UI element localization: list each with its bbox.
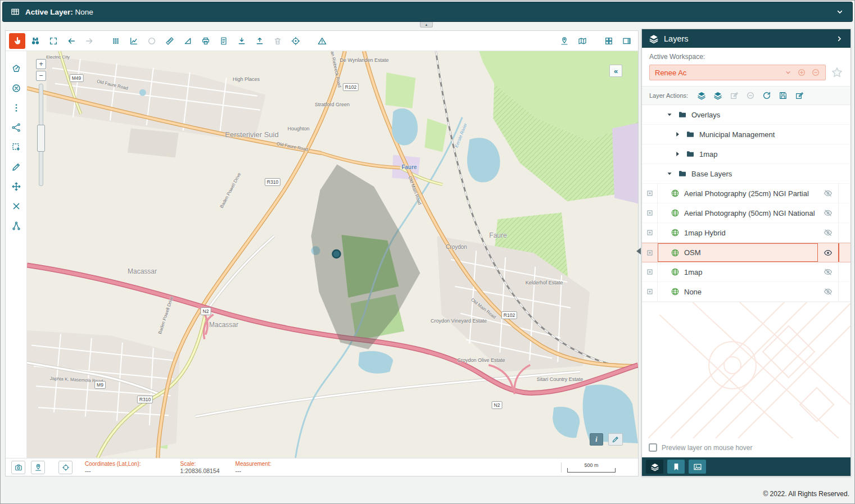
panel-collapse-handle[interactable] bbox=[636, 248, 641, 255]
export-layers-button[interactable] bbox=[795, 91, 804, 100]
attribute-grid-button[interactable] bbox=[107, 33, 124, 49]
link-nodes-button[interactable] bbox=[10, 121, 23, 134]
print-button[interactable] bbox=[197, 33, 214, 49]
top-bar-collapse-button[interactable] bbox=[835, 7, 844, 16]
tab-layers[interactable] bbox=[646, 460, 663, 474]
next-extent-button[interactable] bbox=[81, 33, 97, 49]
zoom-out-button[interactable]: − bbox=[36, 71, 46, 81]
eye-off-icon[interactable] bbox=[824, 208, 833, 217]
survey-pin-button[interactable] bbox=[556, 33, 572, 49]
expand-plus-icon[interactable] bbox=[646, 288, 653, 295]
preview-hover-checkbox[interactable] bbox=[649, 443, 657, 452]
layer-row-aerial-25cm[interactable]: Aerial Photography (25cm) NGI Partial bbox=[642, 184, 851, 203]
refresh-layers-button[interactable] bbox=[762, 91, 771, 100]
caret-down-icon[interactable] bbox=[666, 170, 673, 178]
panel-chevron-right-icon[interactable] bbox=[835, 34, 844, 43]
caret-right-icon[interactable] bbox=[673, 150, 681, 158]
layer-row-1map[interactable]: 1map bbox=[642, 262, 851, 282]
tree-folder-municipal-management[interactable]: Municipal Management bbox=[642, 125, 851, 144]
previous-extent-button[interactable] bbox=[63, 33, 79, 49]
top-bar: Active Layer: None bbox=[2, 2, 853, 22]
cancel-draw-button[interactable] bbox=[10, 82, 23, 94]
measure-area-button[interactable] bbox=[179, 33, 196, 49]
more-options-button[interactable] bbox=[10, 102, 23, 114]
gps-tracking-button[interactable] bbox=[287, 33, 304, 49]
drop-marker-button[interactable] bbox=[31, 461, 45, 474]
eye-icon[interactable] bbox=[824, 248, 833, 257]
quad-view-button[interactable] bbox=[600, 33, 617, 49]
map-markers-button[interactable] bbox=[574, 33, 590, 49]
add-layer-button[interactable] bbox=[697, 91, 706, 100]
save-layers-button[interactable] bbox=[779, 91, 788, 100]
download-button[interactable] bbox=[233, 33, 250, 49]
workspace-select[interactable]: Renee Ac bbox=[649, 65, 826, 80]
delete-button[interactable] bbox=[269, 33, 286, 49]
eye-off-icon[interactable] bbox=[824, 267, 833, 276]
expand-plus-icon[interactable] bbox=[646, 249, 653, 256]
remove-workspace-icon[interactable] bbox=[811, 68, 820, 77]
layer-row-1map-hybrid[interactable]: 1map Hybrid bbox=[642, 223, 851, 243]
layer-row-aerial-50cm[interactable]: Aerial Photography (50cm) NGI National bbox=[642, 203, 851, 223]
upload-button[interactable] bbox=[251, 33, 268, 49]
binoculars-icon bbox=[30, 36, 40, 46]
caret-down-icon[interactable] bbox=[666, 111, 673, 119]
zoom-extent-button[interactable] bbox=[45, 33, 61, 49]
layer-label: OSM bbox=[684, 248, 701, 257]
tab-bookmarks[interactable] bbox=[667, 460, 685, 474]
snapshot-button[interactable] bbox=[11, 461, 25, 474]
delete-feature-button[interactable] bbox=[10, 200, 23, 212]
move-feature-button[interactable] bbox=[10, 180, 23, 193]
buffer-tool-button[interactable] bbox=[143, 33, 160, 49]
edit-polygon-button[interactable] bbox=[10, 62, 23, 75]
locate-me-button[interactable] bbox=[58, 461, 73, 474]
layer-row-osm[interactable]: OSM bbox=[642, 243, 851, 262]
caret-right-icon[interactable] bbox=[673, 130, 681, 138]
tree-folder-base-layers[interactable]: Base Layers bbox=[642, 164, 851, 184]
group-layers-button[interactable] bbox=[713, 91, 722, 100]
zoom-slider-handle[interactable] bbox=[37, 125, 45, 152]
favorite-star-icon[interactable] bbox=[831, 66, 843, 79]
globe-icon bbox=[671, 189, 680, 198]
scalebar-label: 500 m bbox=[584, 462, 598, 468]
tree-folder-overlays[interactable]: Overlays bbox=[642, 105, 851, 125]
select-area-button[interactable] bbox=[10, 141, 23, 153]
map-edit-button[interactable] bbox=[608, 433, 623, 446]
bookmark-icon bbox=[672, 462, 681, 471]
measure-distance-button[interactable] bbox=[161, 33, 178, 49]
folder-label: Base Layers bbox=[691, 170, 732, 178]
draw-pencil-button[interactable] bbox=[10, 161, 23, 173]
collapse-panel-button[interactable]: « bbox=[609, 65, 622, 77]
add-workspace-icon[interactable] bbox=[797, 68, 806, 77]
eye-off-icon[interactable] bbox=[824, 287, 833, 296]
drawing-tool-strip bbox=[6, 51, 26, 458]
pan-tool-button[interactable] bbox=[9, 33, 25, 49]
panel-tab-bar bbox=[642, 457, 851, 476]
zoom-slider[interactable] bbox=[39, 84, 43, 186]
alerts-button[interactable] bbox=[314, 33, 330, 49]
split-panel-button[interactable] bbox=[618, 33, 635, 49]
expand-icon bbox=[49, 37, 58, 46]
report-button[interactable] bbox=[215, 33, 232, 49]
remove-layer-button[interactable] bbox=[746, 91, 755, 100]
warning-triangle-icon bbox=[318, 37, 327, 46]
expand-plus-icon[interactable] bbox=[646, 269, 653, 275]
top-bar-collapse-tab[interactable]: ▲ bbox=[420, 22, 433, 28]
layer-row-none[interactable]: None bbox=[642, 282, 851, 302]
edit-layer-button[interactable] bbox=[730, 91, 739, 100]
chart-button[interactable] bbox=[125, 33, 142, 49]
split-feature-button[interactable] bbox=[10, 220, 23, 232]
tab-images[interactable] bbox=[689, 460, 706, 474]
map-viewport[interactable]: Electric CityDe Wynlanden EstateHigh Pla… bbox=[26, 51, 638, 458]
search-tool-button[interactable] bbox=[27, 33, 43, 49]
expand-plus-icon[interactable] bbox=[646, 210, 653, 216]
eye-off-icon[interactable] bbox=[824, 189, 833, 198]
map-info-button[interactable]: i bbox=[590, 433, 603, 446]
dropdown-caret-icon[interactable] bbox=[784, 69, 792, 76]
expand-plus-icon[interactable] bbox=[646, 190, 653, 197]
arrow-left-icon bbox=[67, 37, 76, 46]
eye-off-icon[interactable] bbox=[824, 228, 833, 237]
expand-plus-icon[interactable] bbox=[646, 229, 653, 236]
map-canvas[interactable] bbox=[27, 51, 638, 458]
tree-folder-1map[interactable]: 1map bbox=[642, 144, 851, 164]
zoom-in-button[interactable]: + bbox=[36, 59, 46, 69]
